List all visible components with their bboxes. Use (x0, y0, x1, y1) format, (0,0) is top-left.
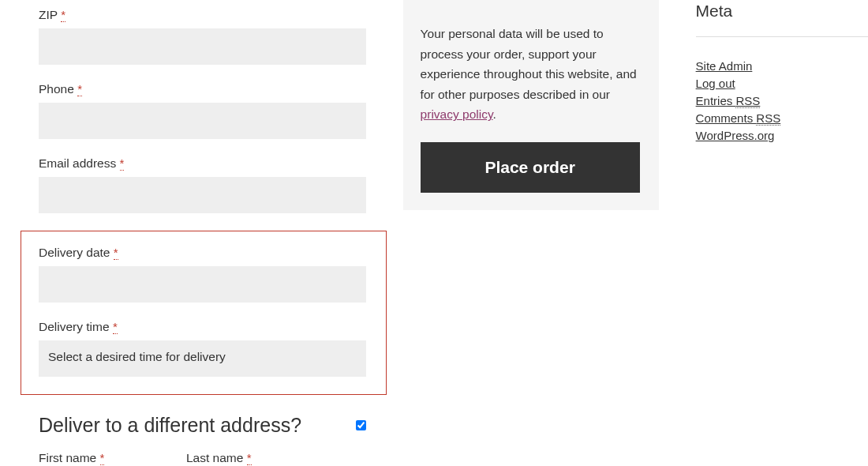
last-name-field: Last name * (186, 451, 294, 466)
entries-rss-link[interactable]: Entries RSS (696, 94, 761, 108)
comments-rss-link[interactable]: Comments RSS (696, 111, 781, 126)
email-input[interactable] (39, 177, 366, 213)
list-item: Site Admin (696, 59, 868, 73)
zip-label: ZIP * (39, 8, 403, 22)
phone-label: Phone * (39, 82, 403, 96)
email-field: Email address * (39, 156, 403, 213)
ship-different-checkbox[interactable] (356, 420, 366, 430)
order-summary-box: Your personal data will be used to proce… (403, 0, 659, 210)
delivery-date-field: Delivery date * (39, 246, 369, 303)
delivery-time-label: Delivery time * (39, 320, 369, 334)
delivery-time-field: Delivery time * Select a desired time fo… (39, 320, 369, 377)
logout-link[interactable]: Log out (696, 77, 735, 90)
email-label: Email address * (39, 156, 403, 171)
list-item: WordPress.org (696, 129, 868, 142)
rss-abbr: RSS (756, 111, 780, 126)
first-name-field: First name * (39, 451, 147, 466)
meta-heading: Meta (696, 2, 868, 21)
delivery-highlight-box: Delivery date * Delivery time * Select a… (21, 231, 387, 395)
delivery-time-select[interactable]: Select a desired time for delivery (39, 340, 366, 377)
required-indicator: * (100, 451, 105, 465)
zip-input[interactable] (39, 28, 366, 65)
required-indicator: * (61, 8, 65, 22)
zip-field: ZIP * (39, 8, 403, 65)
list-item: Entries RSS (696, 94, 868, 107)
required-indicator: * (120, 156, 125, 171)
ship-different-row: Deliver to a different address? (39, 414, 366, 437)
delivery-date-label: Delivery date * (39, 246, 369, 260)
required-indicator: * (113, 320, 118, 334)
meta-links-list: Site Admin Log out Entries RSS Comments … (696, 59, 868, 142)
name-row: First name * Last name * (39, 451, 403, 466)
rss-abbr: RSS (735, 94, 760, 108)
phone-field: Phone * (39, 82, 403, 139)
list-item: Log out (696, 77, 868, 90)
required-indicator: * (77, 82, 82, 96)
ship-different-heading: Deliver to a different address? (39, 414, 301, 437)
wordpress-link[interactable]: WordPress.org (696, 129, 775, 142)
privacy-policy-link[interactable]: privacy policy (421, 107, 493, 121)
phone-input[interactable] (39, 103, 366, 139)
meta-sidebar: Meta Site Admin Log out Entries RSS Comm… (696, 0, 868, 466)
first-name-label: First name * (39, 451, 147, 465)
place-order-button[interactable]: Place order (421, 142, 640, 193)
site-admin-link[interactable]: Site Admin (696, 59, 753, 73)
required-indicator: * (114, 246, 118, 260)
meta-divider (696, 36, 868, 37)
required-indicator: * (247, 451, 252, 465)
list-item: Comments RSS (696, 111, 868, 125)
last-name-label: Last name * (186, 451, 294, 465)
delivery-date-input[interactable] (39, 266, 366, 303)
privacy-text: Your personal data will be used to proce… (421, 24, 642, 125)
